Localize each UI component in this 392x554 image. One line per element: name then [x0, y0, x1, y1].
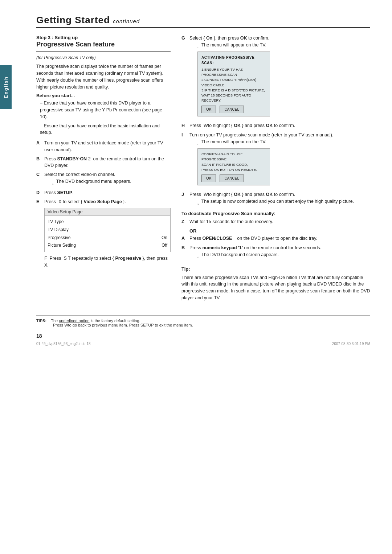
- cancel-button: CANCEL: [220, 175, 244, 182]
- page-header: Getting Started continued: [36, 15, 370, 28]
- list-item: Z Wait for 15 seconds for the auto recov…: [181, 218, 370, 225]
- step-e-text: Press X to select { Video Setup Page }.: [44, 198, 126, 205]
- left-steps-list: A Turn on your TV and set to interlace m…: [36, 140, 171, 205]
- continued-label: continued: [113, 18, 140, 24]
- footer-line1-post: is the factory default setting.: [90, 319, 140, 323]
- list-item: I Turn on your TV progressive scan mode …: [181, 132, 370, 188]
- setup-row-tvtype: TV Type: [48, 218, 167, 226]
- screen-buttons-i: OK CANCEL: [201, 175, 266, 182]
- setup-row-tvdisplay: TV Display: [48, 226, 167, 234]
- screen-buttons-g: OK CANCEL: [201, 106, 266, 113]
- list-item: G Select { On }, then press OK to confir…: [181, 35, 370, 119]
- screen-box-g: ACTIVATING PROGRESSIVE SCAN: 1.ENSURE YO…: [197, 52, 270, 116]
- tip-section: Tip: There are some progressive scan TVs…: [181, 266, 370, 301]
- setup-row-picture: Picture SettingOff: [48, 242, 167, 250]
- list-item: H Press Wto highlight { OK } and press O…: [181, 122, 370, 129]
- setup-row-progressive: ProgressiveOn: [48, 234, 167, 242]
- setup-row-label: TV Display: [48, 226, 69, 234]
- list-item: B Press numeric keypad '1' on the remote…: [181, 245, 370, 260]
- screen-text-i: CONFIRM AGAIN TO USE PROGRESSIVE SCAN IF…: [201, 152, 266, 172]
- step-i-subbullet: The menu will appear on the TV.: [197, 139, 333, 146]
- list-item: B Press STANDBY-ON 2 on the remote contr…: [36, 156, 171, 169]
- page-container: English Getting Started continued Step 3…: [0, 0, 392, 554]
- deactivate-heading: To deactivate Progressive Scan manually:: [181, 211, 370, 216]
- right-column: G Select { On }, then press OK to confir…: [181, 35, 370, 304]
- setup-box-header: Video Setup Page: [45, 208, 170, 216]
- step-j-text: Press Wto highlight { OK } and press OK …: [189, 191, 354, 198]
- before-start-2: – Ensure that you have completed the bas…: [40, 123, 171, 136]
- step-g-text: Select { On }, then press OK to confirm.: [189, 35, 270, 42]
- intro-text: The progressive scan displays twice the …: [36, 63, 171, 90]
- footer-line1: TIPS: The underlined option is the facto…: [36, 319, 370, 323]
- step-b-text: Press STANDBY-ON 2 on the remote control…: [44, 156, 171, 169]
- screen-box-i: CONFIRM AGAIN TO USE PROGRESSIVE SCAN IF…: [197, 148, 270, 185]
- list-item: E Press X to select { Video Setup Page }…: [36, 198, 171, 205]
- deactivate-steps: Z Wait for 15 seconds for the auto recov…: [181, 218, 370, 225]
- step-j-subbullet: The setup is now completed and you can s…: [197, 198, 354, 206]
- two-col-layout: Step 3 : Setting up Progressive Scan fea…: [36, 35, 370, 304]
- before-start-1: – Ensure that you have connected this DV…: [40, 100, 171, 120]
- step-title: Progressive Scan feature: [36, 40, 171, 49]
- step-label: Step 3 : Setting up: [36, 35, 171, 40]
- step-deact-a-text: Press OPEN/CLOSE on the DVD player to op…: [189, 235, 317, 242]
- right-steps-list: G Select { On }, then press OK to confir…: [181, 35, 370, 207]
- screen-text-g: 1.ENSURE YOUR TV HAS PROGRESSIVE SCAN 2.…: [201, 67, 266, 103]
- footer-tips: TIPS: The underlined option is the facto…: [36, 315, 370, 327]
- setup-row-value: On: [162, 234, 167, 242]
- or-label: OR: [189, 228, 370, 234]
- step-d-text: Press SETUP.: [44, 189, 74, 196]
- tips-label: TIPS:: [36, 319, 46, 323]
- page-title: Getting Started continued: [36, 15, 370, 26]
- page-number: 18: [36, 333, 370, 339]
- meta-right: 2007-03-30 3:01:19 PM: [332, 342, 370, 346]
- step-h-text: Press Wto highlight { OK } and press OK …: [189, 122, 295, 129]
- step-heading: Step 3 : Setting up Progressive Scan fea…: [36, 35, 171, 52]
- step-c-text: Select the correct video-in channel.: [44, 171, 131, 178]
- setup-box: Video Setup Page TV Type TV Display Prog…: [44, 208, 171, 252]
- meta-left: 01-49_dvp3156_93_eng2.indd 18: [36, 342, 91, 346]
- step-g-subbullet: The menu will appear on the TV.: [197, 42, 270, 49]
- list-item: A Press OPEN/CLOSE on the DVD player to …: [181, 235, 370, 242]
- bottom-meta: 01-49_dvp3156_93_eng2.indd 18 2007-03-30…: [36, 342, 370, 346]
- step-z-text: Wait for 15 seconds for the auto recover…: [189, 218, 273, 225]
- tip-text: There are some progressive scan TVs and …: [181, 274, 370, 301]
- setup-row-label: Progressive: [48, 234, 70, 242]
- cancel-button: CANCEL: [220, 106, 244, 113]
- margin-line-right: [373, 22, 373, 532]
- tip-label: Tip:: [181, 266, 370, 273]
- setup-box-body: TV Type TV Display ProgressiveOn Picture…: [45, 216, 170, 251]
- setup-row-value: Off: [162, 242, 167, 250]
- margin-line-left: [19, 22, 19, 532]
- press-f-line: F Press S T repeatedly to select { Progr…: [44, 255, 171, 269]
- setup-row-label: Picture Setting: [48, 242, 76, 250]
- step-a-text: Turn on your TV and set to interlace mod…: [44, 140, 171, 153]
- list-item: J Press Wto highlight { OK } and press O…: [181, 191, 370, 207]
- footer-line1-pre: The: [51, 319, 59, 323]
- step-deact-b-text: Press numeric keypad '1' on the remote c…: [189, 245, 321, 251]
- list-item: A Turn on your TV and set to interlace m…: [36, 140, 171, 153]
- footer-line2: Press Wto go back to previous menu item.…: [53, 323, 370, 327]
- left-column: Step 3 : Setting up Progressive Scan fea…: [36, 35, 171, 304]
- screen-title-g: ACTIVATING PROGRESSIVE SCAN:: [201, 55, 266, 66]
- setup-row-label: TV Type: [48, 218, 64, 226]
- step-c-subbullet: The DVD background menu appears.: [52, 178, 131, 186]
- step-deact-b-subbullet: The DVD background screen appears.: [197, 251, 321, 259]
- ok-button: OK: [201, 175, 216, 182]
- footer-underline: underlined option: [59, 319, 89, 323]
- list-item: C Select the correct video-in channel. T…: [36, 171, 171, 187]
- sidebar-tab: English: [0, 65, 12, 109]
- step-i-text: Turn on your TV progressive scan mode (r…: [189, 132, 333, 139]
- ok-button: OK: [201, 106, 216, 113]
- subtitle: (for Progressive Scan TV only): [36, 55, 171, 60]
- list-item: D Press SETUP.: [36, 189, 171, 196]
- deactivate-or-steps: A Press OPEN/CLOSE on the DVD player to …: [181, 235, 370, 261]
- before-start-label: Before you start...: [36, 93, 171, 98]
- sidebar-label: English: [3, 76, 9, 98]
